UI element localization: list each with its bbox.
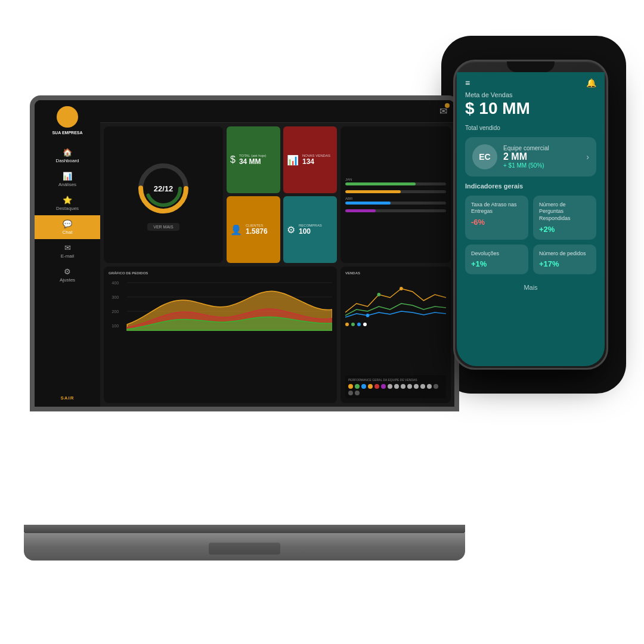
sidebar-item-label: Chat (63, 230, 73, 235)
logo-text: SUA EMPRESA (52, 130, 82, 135)
stat-card-novas-vendas: 📊 NOVAS VENDAS 134 (283, 126, 337, 193)
line-chart-svg (345, 277, 446, 318)
meta-vendas-section: Meta de Vendas $ 10 MM (465, 91, 596, 119)
sidebar-item-label: Análises (58, 182, 76, 187)
mail-notification[interactable]: ✉ (439, 106, 447, 117)
legend-dot-white (363, 323, 367, 326)
sidebar-item-destaques[interactable]: ⭐ Destaques (35, 191, 100, 215)
top-bar-icons: ✉ (439, 106, 447, 117)
sidebar-item-ajustes[interactable]: ⚙ Ajustes (35, 263, 100, 287)
indicador-card-1: Número de Perguntas Respondidas +2% (533, 196, 596, 240)
svg-text:300: 300 (112, 295, 119, 300)
user-icon: 👤 (230, 224, 242, 236)
mais-button[interactable]: Mais (465, 280, 596, 295)
perf-dot (420, 384, 425, 389)
top-bar: ✉ (100, 100, 454, 123)
perf-dot (361, 384, 366, 389)
bell-icon[interactable]: 🔔 (586, 78, 596, 88)
perf-dot (394, 384, 399, 389)
laptop-screen-inner: SUA EMPRESA 🏠 Dashboard 📊 Análises ⭐ Des… (35, 100, 454, 407)
perf-dot (414, 384, 419, 389)
phone-outer: ≡ 🔔 Meta de Vendas $ 10 MM Total vendido… (453, 60, 608, 370)
stat-label: NOVAS VENDAS (302, 154, 330, 157)
perf-dot (348, 391, 353, 395)
total-vendido-label: Total vendido (465, 125, 596, 131)
perf-dot (355, 384, 360, 389)
home-icon: 🏠 (63, 148, 72, 157)
perf-dot (368, 384, 373, 389)
progress-bar-fill (345, 182, 416, 185)
sidebar-item-chat[interactable]: 💬 Chat (35, 215, 100, 239)
area-chart-svg: 400 300 200 100 (109, 277, 332, 336)
perf-dot (427, 384, 432, 389)
phone: ≡ 🔔 Meta de Vendas $ 10 MM Total vendido… (453, 60, 608, 370)
indicadores-grid: Taxa de Atraso nas Entregas -6% Número d… (465, 196, 596, 275)
progress-bar-bg-abr (345, 202, 446, 205)
laptop-screen: SUA EMPRESA 🏠 Dashboard 📊 Análises ⭐ Des… (30, 95, 459, 411)
laptop-bottom (24, 533, 465, 561)
indicador-title-0: Taxa de Atraso nas Entregas (471, 202, 522, 215)
gauge-card: 22/12 VER MAIS (104, 126, 223, 263)
indicador-title-2: Devoluções (471, 250, 522, 258)
sidebar-item-email[interactable]: ✉ E-mail (35, 239, 100, 263)
progress-bar-bg (345, 182, 446, 185)
indicador-title-3: Número de pedidos (539, 250, 590, 258)
perf-dot (381, 384, 386, 389)
equipe-change: + $1 MM (50%) (503, 162, 580, 169)
bar-chart-icon: 📊 (287, 154, 299, 166)
perf-dots (348, 384, 443, 395)
area-chart-wrapper: 400 300 200 100 (109, 277, 332, 339)
indicador-title-1: Número de Perguntas Respondidas (539, 202, 590, 222)
stat-value: 1.5876 (246, 227, 268, 236)
chart-card-right: VENDAS (340, 267, 451, 403)
phone-content: Meta de Vendas $ 10 MM Total vendido EC … (457, 91, 605, 366)
indicador-value-2: +1% (471, 259, 522, 268)
equipe-card[interactable]: EC Equipe comercial 2 MM + $1 MM (50%) › (465, 137, 596, 177)
phone-notch (507, 61, 555, 72)
perf-dot (348, 384, 353, 389)
svg-point-13 (366, 314, 370, 317)
stat-value: 100 (299, 227, 322, 236)
settings-icon: ⚙ (287, 224, 295, 236)
indicadores-label: Indicadores gerais (465, 182, 596, 190)
perf-section: PERFORMANCE GERAL DA EQUIPE DE VENDAS (345, 375, 446, 398)
perf-dot (401, 384, 405, 389)
gauge-text: 22/12 (154, 184, 174, 193)
ver-mais-button[interactable]: VER MAIS (147, 223, 179, 231)
svg-text:400: 400 (112, 281, 119, 286)
scene: SUA EMPRESA 🏠 Dashboard 📊 Análises ⭐ Des… (0, 0, 644, 644)
sidebar-item-dashboard[interactable]: 🏠 Dashboard (35, 144, 100, 168)
legend-dot-orange (345, 323, 349, 326)
progress-row-2 (345, 189, 446, 193)
perf-dot (388, 384, 392, 389)
svg-text:200: 200 (112, 309, 119, 314)
sidebar-item-analises[interactable]: 📊 Análises (35, 168, 100, 191)
stat-card-recompras: ⚙ RECOMPRAS 100 (283, 196, 337, 263)
svg-point-12 (377, 293, 381, 296)
perf-title: PERFORMANCE GERAL DA EQUIPE DE VENDAS (348, 378, 443, 382)
perf-dot (374, 384, 379, 389)
gear-icon: ⚙ (64, 267, 71, 276)
sidebar-item-label: E-mail (61, 253, 75, 259)
stat-card-clientes: 👤 CLIENTES 1.5876 (227, 196, 280, 263)
laptop: SUA EMPRESA 🏠 Dashboard 📊 Análises ⭐ Des… (24, 95, 465, 561)
sair-button[interactable]: SAIR (60, 389, 74, 407)
legend-row (345, 323, 446, 326)
svg-point-11 (400, 287, 403, 290)
indicador-card-3: Número de pedidos +17% (533, 244, 596, 275)
hamburger-icon[interactable]: ≡ (465, 78, 470, 88)
ec-avatar: EC (472, 144, 497, 169)
progress-area: JAN (340, 126, 451, 263)
stat-value: 134 (302, 157, 330, 166)
dashboard-grid: 22/12 VER MAIS $ TOTAL (até hoje) 34 MM (100, 123, 454, 407)
stat-label: CLIENTES (246, 224, 268, 227)
equipe-info: Equipe comercial 2 MM + $1 MM (50%) (503, 145, 580, 169)
dollar-icon: $ (230, 154, 236, 165)
chart-card-left: GRÁFICO DE PEDIDOS 400 (104, 267, 337, 403)
chat-icon: 💬 (63, 219, 72, 228)
progress-bar-fill-abr (345, 202, 391, 205)
chart-title-left: GRÁFICO DE PEDIDOS (109, 271, 332, 275)
indicador-card-0: Taxa de Atraso nas Entregas -6% (465, 196, 528, 240)
indicador-card-2: Devoluções +1% (465, 244, 528, 275)
sidebar: SUA EMPRESA 🏠 Dashboard 📊 Análises ⭐ Des… (35, 100, 100, 407)
